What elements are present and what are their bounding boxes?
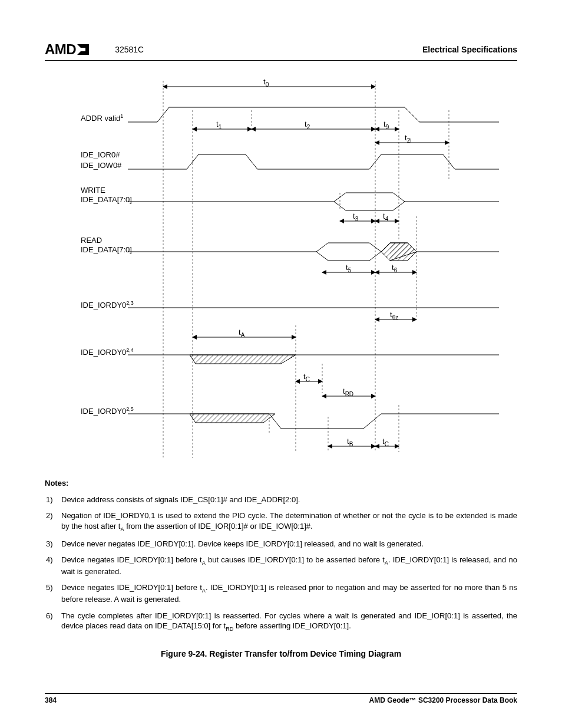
svg-text:IDE_IOW0#: IDE_IOW0# [81,161,122,170]
notes-section: Notes: Device address consists of signal… [45,478,517,633]
svg-text:tRD: tRD [343,387,353,397]
page: AMD 32581C Electrical Specifications [0,0,562,728]
svg-text:IDE_IORDY02,5: IDE_IORDY02,5 [81,406,134,416]
notes-list: Device address consists of signals IDE_C… [45,495,517,633]
page-number: 384 [45,696,57,704]
svg-text:tC: tC [382,437,389,447]
svg-text:IDE_IORDY02,4: IDE_IORDY02,4 [81,347,134,357]
svg-text:t9: t9 [384,120,389,130]
svg-text:ADDR valid1: ADDR valid1 [81,113,123,123]
svg-text:t1: t1 [216,120,222,130]
page-header: AMD 32581C Electrical Specifications [45,41,517,61]
svg-text:IDE_IORDY02,3: IDE_IORDY02,3 [81,300,134,309]
amd-logo: AMD [45,41,89,58]
svg-text:t5: t5 [346,263,352,274]
svg-text:t6z: t6z [390,310,398,321]
svg-text:tB: tB [347,437,353,447]
note-item: Device negates IDE_IORDY[0:1] before tA.… [45,582,517,604]
svg-text:t6: t6 [392,263,398,274]
logo-text: AMD [45,41,76,58]
svg-text:IDE_IOR0#: IDE_IOR0# [81,150,120,159]
svg-text:t4: t4 [383,212,389,222]
notes-heading: Notes: [45,478,517,489]
svg-text:READ: READ [81,236,102,245]
amd-mark-icon [77,44,89,55]
timing-diagram: t0 ADDR valid1 t1 t2 t9 t2i IDE_IOR0# ID… [45,75,517,464]
note-item: Device never negates IDE_IORDY[0:1]. Dev… [45,539,517,549]
note-item: Device address consists of signals IDE_C… [45,495,517,505]
page-footer: 384 AMD Geode™ SC3200 Processor Data Boo… [45,693,517,704]
note-item: Device negates IDE_IORDY[0:1] before tA … [45,555,517,577]
svg-text:IDE_DATA[7:0]: IDE_DATA[7:0] [81,245,132,254]
note-item: Negation of IDE_IORDY0,1 is used to exte… [45,510,517,532]
svg-text:t0: t0 [263,77,269,88]
doc-code: 32581C [115,45,144,54]
book-title: AMD Geode™ SC3200 Processor Data Book [369,696,517,704]
svg-text:t2: t2 [305,120,310,130]
figure-caption: Figure 9-24. Register Transfer to/from D… [45,649,517,658]
svg-text:t2i: t2i [405,133,411,144]
svg-text:t3: t3 [353,212,359,222]
svg-text:tC: tC [303,372,310,383]
svg-text:IDE_DATA[7:0]: IDE_DATA[7:0] [81,195,132,204]
note-item: The cycle completes after IDE_IORDY[0:1]… [45,611,517,633]
section-title: Electrical Specifications [422,45,517,54]
svg-text:WRITE: WRITE [81,186,105,195]
svg-text:tA: tA [239,328,245,338]
